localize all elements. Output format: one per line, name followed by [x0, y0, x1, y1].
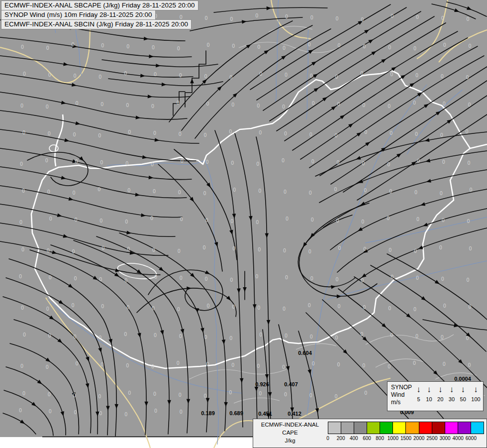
- title-sbcin: ECMWF-INDEX-ANAL SBCIN (J/kg) Friday 28-…: [1, 19, 192, 29]
- wind-speed-item: ↓5: [416, 383, 421, 411]
- cape-legend-title-line: CAPE: [253, 429, 327, 437]
- cape-color-cell: [419, 422, 432, 434]
- cape-tick-label: 0: [326, 436, 329, 441]
- wind-arrow-icon: ↓: [427, 383, 431, 396]
- cape-tick-label: 400: [350, 436, 358, 441]
- contour-value: 0.451: [258, 411, 272, 417]
- wind-arrow-icon: ↓: [474, 383, 478, 396]
- cape-tick-label: 1000: [388, 436, 398, 441]
- wind-speed-item: ↓30: [449, 383, 455, 411]
- cape-color-cell: [354, 422, 367, 434]
- wind-arrow-icon: ↓: [438, 383, 443, 396]
- title-wind: SYNOP Wind (m/s) 10m Friday 28-11-2025 2…: [1, 10, 156, 20]
- contour-value: 0.926: [255, 382, 269, 387]
- cape-tick-label: 2000: [413, 436, 424, 441]
- wind-speed-label: 100: [471, 396, 480, 402]
- contour-value: 0.689: [229, 411, 243, 416]
- cape-legend-title: ECMWF-INDEX-ANAL CAPE J/kg: [253, 421, 327, 445]
- point-value-layer: 0.9260.4070.6040.1890.6890.4510.4120.000…: [0, 0, 487, 448]
- cape-ticks: 0200400600800100015002000250030004000600…: [328, 436, 484, 443]
- cape-color-cell: [405, 422, 418, 434]
- cape-color-cell: [471, 422, 484, 434]
- title-sbcape: ECMWF-INDEX-ANAL SBCAPE (J/kg) Friday 28…: [1, 0, 198, 10]
- wind-legend: SYNOP Wind m/s ↓5↓10↓20↓30↓50↓100: [387, 381, 484, 411]
- wind-legend-title-line: m/s: [391, 399, 414, 406]
- weather-map: 0000000000000000000000000000000000000000…: [0, 0, 487, 448]
- cape-tick-label: 600: [363, 436, 371, 441]
- wind-arrow-icon: ↓: [416, 383, 421, 396]
- cape-tick-label: 2500: [426, 436, 437, 441]
- cape-color-cell: [392, 422, 405, 434]
- wind-speed-label: 30: [449, 396, 455, 402]
- wind-speed-label: 50: [460, 396, 466, 402]
- wind-legend-title: SYNOP Wind m/s: [388, 382, 414, 411]
- cape-tick-label: 1500: [400, 436, 411, 441]
- cape-legend-title-line: ECMWF-INDEX-ANAL: [253, 421, 327, 429]
- wind-arrow-icon: ↓: [450, 383, 454, 396]
- contour-value: 0.189: [201, 411, 215, 416]
- cape-color-cell: [367, 422, 380, 434]
- cape-tick-label: 4000: [453, 436, 464, 441]
- wind-speed-item: ↓20: [437, 383, 443, 411]
- title-box: ECMWF-INDEX-ANAL SBCAPE (J/kg) Friday 28…: [1, 1, 198, 29]
- wind-speed-label: 10: [426, 396, 432, 402]
- cape-tick-label: 3000: [439, 436, 450, 441]
- cape-color-cell: [380, 422, 392, 434]
- cape-color-cell: [341, 422, 354, 434]
- contour-value: 0.412: [288, 411, 301, 417]
- contour-value: 0.407: [284, 382, 298, 387]
- wind-speed-item: ↓100: [471, 383, 480, 411]
- cape-color-cell: [328, 422, 341, 434]
- cape-legend: ECMWF-INDEX-ANAL CAPE J/kg 0200400600800…: [253, 419, 487, 448]
- wind-legend-title-line: SYNOP: [391, 384, 414, 391]
- cape-tick-label: 800: [376, 436, 384, 441]
- wind-speed-label: 20: [437, 396, 443, 402]
- cape-tick-label: 6000: [466, 436, 477, 441]
- wind-speed-label: 5: [417, 396, 420, 402]
- cape-color-cell: [458, 422, 471, 434]
- wind-legend-title-line: Wind: [391, 391, 414, 399]
- cape-color-cell: [445, 422, 458, 434]
- cape-legend-title-line: J/kg: [253, 437, 327, 445]
- wind-arrow-icon: ↓: [461, 383, 465, 396]
- wind-speed-item: ↓10: [426, 383, 432, 411]
- contour-value: 0.0004: [454, 376, 471, 382]
- contour-value: 0.604: [298, 350, 312, 356]
- wind-speed-item: ↓50: [460, 383, 466, 411]
- cape-color-cell: [432, 422, 445, 434]
- cape-colorbar: [328, 422, 484, 434]
- cape-tick-label: 200: [337, 436, 345, 441]
- wind-legend-arrows: ↓5↓10↓20↓30↓50↓100: [414, 382, 483, 411]
